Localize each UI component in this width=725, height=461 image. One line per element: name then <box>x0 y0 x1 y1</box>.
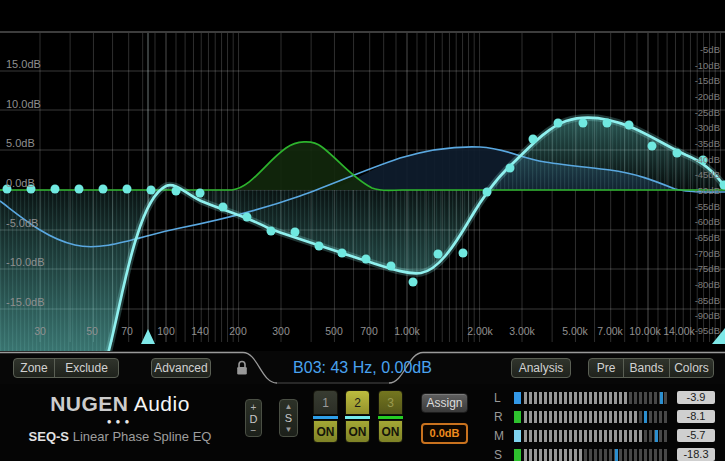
meter-value: -18.3 <box>677 448 715 461</box>
analysis-axis-label: -70dB <box>695 248 720 259</box>
eq-node[interactable] <box>338 249 347 258</box>
eq-node[interactable] <box>172 187 181 196</box>
eq-node[interactable] <box>147 186 156 195</box>
eq-node[interactable] <box>123 185 132 194</box>
lock-icon[interactable] <box>236 359 248 376</box>
band-2-color-stripe <box>345 416 370 419</box>
meter-chip <box>514 411 521 423</box>
band-3-color-stripe <box>378 416 403 419</box>
eq-node[interactable] <box>99 185 108 194</box>
meter-label: L <box>494 391 508 405</box>
brand-name-secondary: Audio <box>134 392 190 415</box>
advanced-button[interactable]: Advanced <box>151 358 211 378</box>
band-1-color-stripe <box>313 416 338 419</box>
eq-node[interactable] <box>362 255 371 264</box>
analysis-axis-label: -90dB <box>695 310 720 321</box>
product-description: Linear Phase Spline EQ <box>73 429 212 444</box>
meter-bar <box>524 430 669 442</box>
eq-graph[interactable]: 15.0dB10.0dB5.0dB0.0dB-5.0dB-10.0dB-15.0… <box>0 0 725 351</box>
eq-node[interactable] <box>196 189 205 198</box>
x-axis-label: 500 <box>325 325 343 337</box>
x-axis-label: 2.00k <box>467 325 493 337</box>
trim-readout[interactable]: 0.0dB <box>421 423 468 444</box>
eq-node[interactable] <box>243 213 252 222</box>
exclude-button[interactable]: Exclude <box>54 359 118 377</box>
eq-node[interactable] <box>409 278 418 287</box>
meter-row-s: S -18.3 <box>488 448 718 461</box>
analysis-axis-label: -15dB <box>695 75 720 86</box>
y-axis-label: -10.0dB <box>6 256 45 268</box>
band-2-control: 2 ON <box>345 390 370 443</box>
colors-button[interactable]: Colors <box>669 359 713 377</box>
y-axis-label: 15.0dB <box>6 58 41 70</box>
solo-down-icon: ▼ <box>280 425 297 434</box>
meter-label: R <box>494 410 508 424</box>
product-name: SEQ-S <box>29 429 69 444</box>
x-axis-label: 300 <box>272 325 290 337</box>
bottom-panel: NUGEN Audio ●●● SEQ-S Linear Phase Splin… <box>0 384 725 461</box>
assign-button[interactable]: Assign <box>421 393 468 413</box>
x-axis-label: 14.00k <box>663 325 695 337</box>
meter-peak-marker <box>644 411 647 423</box>
meter-bar <box>524 449 669 461</box>
meter-chip <box>514 449 521 461</box>
eq-node[interactable] <box>579 119 588 128</box>
meter-row-r: R -8.1 <box>488 410 718 424</box>
analysis-axis-label: -45dB <box>695 169 720 180</box>
eq-node[interactable] <box>291 228 300 237</box>
eq-node[interactable] <box>648 142 657 151</box>
meter-bar <box>524 392 669 404</box>
meter-chip <box>514 392 521 404</box>
eq-node[interactable] <box>315 242 324 251</box>
band-1-select-button[interactable]: 1 <box>313 390 338 415</box>
eq-node[interactable] <box>506 164 515 173</box>
x-axis-label: 7.00k <box>597 325 623 337</box>
eq-node[interactable] <box>387 262 396 271</box>
analysis-axis-label: -40dB <box>695 154 720 165</box>
eq-node[interactable] <box>434 250 443 259</box>
analysis-axis-label: -30dB <box>695 122 720 133</box>
pre-button[interactable]: Pre <box>589 359 623 377</box>
x-axis-label: 700 <box>360 325 378 337</box>
band-2-select-button[interactable]: 2 <box>345 390 370 415</box>
eq-node[interactable] <box>673 149 682 158</box>
band-2-on-button[interactable]: ON <box>345 420 370 443</box>
meter-label: S <box>494 448 508 461</box>
meter-peak-marker <box>655 430 658 442</box>
eq-node[interactable] <box>625 121 634 130</box>
x-axis-label: 10.00k <box>629 325 661 337</box>
dsp-mode-button[interactable]: + D − <box>245 399 262 437</box>
eq-node[interactable] <box>219 203 228 212</box>
eq-node[interactable] <box>459 249 468 258</box>
analysis-axis-label: -5dB <box>700 44 720 55</box>
x-axis-label: 50 <box>86 325 98 337</box>
analysis-axis-label: -25dB <box>695 107 720 118</box>
x-axis-label: 70 <box>121 325 133 337</box>
eq-node[interactable] <box>75 185 84 194</box>
eq-node[interactable] <box>267 227 276 236</box>
meter-peak-marker <box>660 392 663 404</box>
x-axis-label: 140 <box>191 325 209 337</box>
eq-node[interactable] <box>603 119 612 128</box>
meter-peak-marker <box>615 449 618 461</box>
bands-button[interactable]: Bands <box>623 359 669 377</box>
meter-row-m: M -5.7 <box>488 429 718 443</box>
band-readout: B03: 43 Hz, 0.00dB <box>250 359 475 377</box>
y-axis-label: 0.0dB <box>6 177 35 189</box>
eq-node[interactable] <box>529 135 538 144</box>
band-3-select-button[interactable]: 3 <box>378 390 403 415</box>
eq-node[interactable] <box>554 119 563 128</box>
seq-s-plugin-window: Bypass Undo Redo Reset ◀ Default ▶ A | B… <box>0 0 725 461</box>
eq-node[interactable] <box>483 188 492 197</box>
solo-stepper-button[interactable]: ▲ S ▼ <box>279 399 298 437</box>
band-3-on-button[interactable]: ON <box>378 420 403 443</box>
zone-button[interactable]: Zone <box>14 359 54 377</box>
y-axis-label: -5.0dB <box>6 217 38 229</box>
meter-row-l: L -3.9 <box>488 391 718 405</box>
meter-bar <box>524 411 669 423</box>
band-1-on-button[interactable]: ON <box>313 420 338 443</box>
analysis-button[interactable]: Analysis <box>511 358 571 378</box>
analysis-axis-label: -75dB <box>695 263 720 274</box>
brand-dots: ●●● <box>0 417 240 426</box>
eq-node[interactable] <box>51 185 60 194</box>
